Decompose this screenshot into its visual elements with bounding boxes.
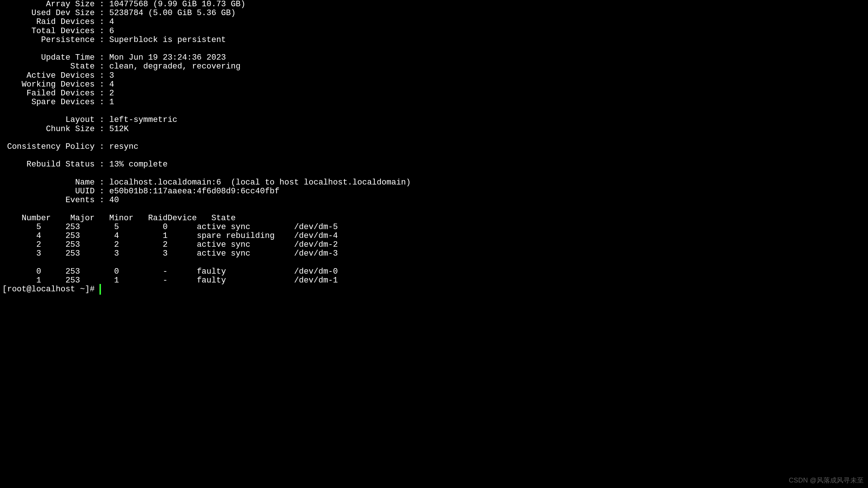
detail-label: Name	[2, 178, 95, 187]
col-number: 4	[2, 231, 41, 241]
detail-value: 5238784 (5.00 GiB 5.36 GB)	[109, 8, 235, 18]
col-number: 3	[2, 249, 41, 258]
detail-line: Spare Devices : 1	[2, 98, 114, 107]
detail-label: Total Devices	[2, 27, 95, 36]
col-devpath: /dev/dm-3	[294, 249, 338, 258]
cursor-block[interactable]	[99, 284, 101, 295]
detail-line: Active Devices : 3	[2, 71, 114, 80]
detail-label: Array Size	[2, 0, 95, 9]
detail-line: Name : localhost.localdomain:6 (local to…	[2, 178, 411, 187]
detail-label: Chunk Size	[2, 124, 95, 134]
col-number: 2	[2, 240, 41, 249]
col-minor: 0	[80, 267, 119, 276]
detail-line: Working Devices : 4	[2, 80, 114, 89]
col-devpath: /dev/dm-4	[294, 231, 338, 241]
detail-value: e50b01b8:117aaeea:4f6d08d9:6cc40fbf	[109, 187, 279, 196]
detail-value: 4	[109, 80, 114, 89]
col-state: active sync	[197, 249, 279, 258]
col-state: active sync	[197, 240, 279, 249]
detail-value: 40	[109, 196, 119, 205]
detail-label: Layout	[2, 115, 95, 124]
col-raiddevice: -	[119, 276, 168, 285]
device-table-header: Number Major Minor RaidDevice State	[2, 214, 236, 223]
detail-line: Layout : left-symmetric	[2, 115, 177, 124]
detail-line: Persistence : Superblock is persistent	[2, 35, 226, 45]
terminal-output: Array Size : 10477568 (9.99 GiB 10.73 GB…	[0, 0, 411, 294]
detail-value: 512K	[109, 124, 129, 134]
col-raiddevice: 2	[119, 240, 168, 249]
detail-label: Raid Devices	[2, 17, 95, 27]
device-row: 5 253 5 0 active sync /dev/dm-5	[2, 222, 338, 232]
col-devpath: /dev/dm-0	[294, 267, 338, 276]
col-state: faulty	[197, 267, 279, 276]
detail-value: localhost.localdomain:6 (local to host l…	[109, 178, 411, 187]
col-devpath: /dev/dm-5	[294, 222, 338, 232]
col-major: 253	[41, 249, 80, 258]
detail-label: Update Time	[2, 53, 95, 62]
col-minor: 5	[80, 222, 119, 232]
detail-line: Events : 40	[2, 196, 119, 205]
col-state: spare rebuilding	[197, 231, 279, 241]
device-row: 4 253 4 1 spare rebuilding /dev/dm-4	[2, 231, 338, 241]
col-minor: 4	[80, 231, 119, 241]
device-row: 1 253 1 - faulty /dev/dm-1	[2, 276, 338, 285]
watermark: CSDN @风落成风寻未至	[789, 477, 864, 484]
detail-value: 1	[109, 98, 114, 107]
detail-value: 4	[109, 17, 114, 27]
detail-label: Persistence	[2, 35, 95, 45]
detail-value: 13% complete	[109, 160, 167, 169]
col-major: 253	[41, 240, 80, 249]
detail-label: Failed Devices	[2, 89, 95, 98]
detail-value: 3	[109, 71, 114, 80]
detail-line: State : clean, degraded, recovering	[2, 62, 241, 71]
col-raiddevice: 3	[119, 249, 168, 258]
shell-prompt: [root@localhost ~]#	[2, 285, 99, 294]
detail-label: Used Dev Size	[2, 8, 95, 18]
detail-label: Active Devices	[2, 71, 95, 80]
detail-line: Raid Devices : 4	[2, 17, 114, 27]
col-raiddevice: -	[119, 267, 168, 276]
detail-line: Consistency Policy : resync	[2, 142, 139, 151]
detail-line: Array Size : 10477568 (9.99 GiB 10.73 GB…	[2, 0, 245, 9]
detail-label: Events	[2, 196, 95, 205]
col-major: 253	[41, 267, 80, 276]
detail-label: State	[2, 62, 95, 71]
detail-line: Failed Devices : 2	[2, 89, 114, 98]
detail-label: Rebuild Status	[2, 160, 95, 169]
col-devpath: /dev/dm-2	[294, 240, 338, 249]
col-raiddevice: 1	[119, 231, 168, 241]
detail-value: Mon Jun 19 23:24:36 2023	[109, 53, 226, 62]
detail-label: UUID	[2, 187, 95, 196]
detail-value: clean, degraded, recovering	[109, 62, 240, 71]
col-major: 253	[41, 222, 80, 232]
detail-line: Used Dev Size : 5238784 (5.00 GiB 5.36 G…	[2, 8, 236, 18]
col-number: 0	[2, 267, 41, 276]
col-minor: 2	[80, 240, 119, 249]
detail-value: left-symmetric	[109, 115, 177, 124]
col-major: 253	[41, 231, 80, 241]
detail-line: UUID : e50b01b8:117aaeea:4f6d08d9:6cc40f…	[2, 187, 280, 196]
detail-line: Update Time : Mon Jun 19 23:24:36 2023	[2, 53, 226, 62]
col-minor: 3	[80, 249, 119, 258]
col-state: active sync	[197, 222, 279, 232]
detail-label: Working Devices	[2, 80, 95, 89]
detail-value: 6	[109, 27, 114, 36]
device-row: 0 253 0 - faulty /dev/dm-0	[2, 267, 338, 276]
col-number: 1	[2, 276, 41, 285]
detail-label: Spare Devices	[2, 98, 95, 107]
col-major: 253	[41, 276, 80, 285]
detail-line: Chunk Size : 512K	[2, 124, 129, 134]
device-row: 3 253 3 3 active sync /dev/dm-3	[2, 249, 338, 258]
detail-line: Total Devices : 6	[2, 27, 114, 36]
col-devpath: /dev/dm-1	[294, 276, 338, 285]
detail-value: resync	[109, 142, 138, 151]
detail-line: Rebuild Status : 13% complete	[2, 160, 168, 169]
shell-prompt-line[interactable]: [root@localhost ~]#	[2, 285, 101, 294]
detail-label: Consistency Policy	[2, 142, 95, 151]
detail-value: 10477568 (9.99 GiB 10.73 GB)	[109, 0, 245, 9]
col-state: faulty	[197, 276, 279, 285]
col-number: 5	[2, 222, 41, 232]
device-row: 2 253 2 2 active sync /dev/dm-2	[2, 240, 338, 249]
col-raiddevice: 0	[119, 222, 168, 232]
detail-value: 2	[109, 89, 114, 98]
